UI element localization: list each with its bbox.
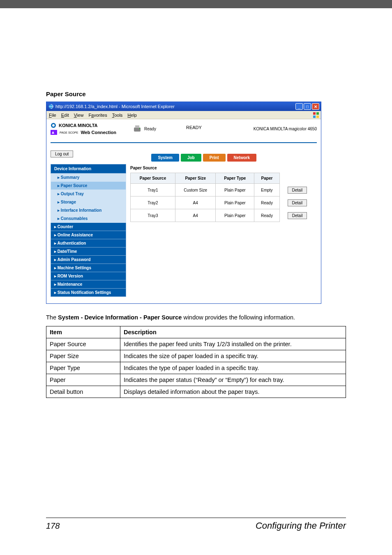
menu-tools[interactable]: Tools [112,113,123,118]
info-item: Detail button [46,386,120,398]
logout-button[interactable]: Log out [51,150,73,157]
section-heading: Paper Source [46,90,346,97]
table-header-row: Paper Source Paper Size Paper Type Paper [131,173,315,184]
tab-network[interactable]: Network [227,154,256,162]
svg-rect-1 [313,112,316,115]
maximize-button[interactable]: □ [304,103,311,110]
detail-button[interactable]: Detail [288,212,307,219]
info-item: Paper [46,374,120,386]
menu-view[interactable]: View [74,113,84,118]
svg-rect-3 [313,116,316,118]
menu-edit[interactable]: Edit [61,113,69,118]
info-th-item: Item [46,326,120,338]
table-row: Tray1 Custom Size Plain Paper Empty Deta… [131,184,315,197]
window-titlebar: http://192.168.1.2/a_index.html - Micros… [46,102,321,111]
tab-bar: System Job Print Network [151,154,256,162]
info-row: Paper Size Indicates the size of paper l… [46,350,346,362]
info-desc: Indicates the paper status (“Ready” or “… [120,374,346,386]
page-content: KONICA MINOLTA PAGE SCOPE Web Connection [46,119,321,303]
sidebar-item-maintenance[interactable]: Maintenance [51,280,126,289]
cell-detail: Detail [279,197,315,209]
pagescope-logo-icon [51,130,57,135]
status-block: Ready [133,124,156,133]
tab-system[interactable]: System [151,154,179,162]
sidebar-sub-interface-info[interactable]: Interface Information [51,206,126,215]
printer-status-icon [133,124,142,133]
body-text-bold: System - Device Information - Paper Sour… [58,314,182,321]
cell-type: Plain Paper [216,197,254,209]
menu-file[interactable]: File [49,113,56,118]
brand-pagescope: Web Connection [81,130,116,135]
sidebar-item-machine-settings[interactable]: Machine Settings [51,264,126,272]
info-row: Paper Type Indicates the type of paper l… [46,362,346,374]
info-row: Detail button Displays detailed informat… [46,386,346,398]
th-paper-source: Paper Source [131,173,175,184]
sidebar-item-admin-password[interactable]: Admin Password [51,256,126,264]
cell-paper: Ready [254,197,279,209]
window-title: http://192.168.1.2/a_index.html - Micros… [55,104,175,109]
sidebar-item-status-notification[interactable]: Status Notification Settings [51,289,126,297]
info-row: Paper Source Identifies the paper feed u… [46,338,346,350]
table-row: Tray3 A4 Plain Paper Ready Detail [131,209,315,222]
cell-paper: Empty [254,184,279,197]
cell-detail: Detail [279,184,315,197]
close-button[interactable]: ✕ [312,103,319,110]
menu-help[interactable]: Help [127,113,137,118]
paper-source-table: Paper Source Paper Size Paper Type Paper… [130,173,315,222]
svg-point-6 [52,124,55,127]
sidebar-item-date-time[interactable]: Date/Time [51,247,126,256]
svg-point-10 [139,128,140,129]
body-text-suffix: window provides the following informatio… [182,314,295,321]
info-item: Paper Source [46,338,120,350]
sidebar-sub-consumables[interactable]: Consumables [51,215,126,223]
info-table: Item Description Paper Source Identifies… [46,326,346,398]
browser-window: http://192.168.1.2/a_index.html - Micros… [46,102,321,304]
body-paragraph: The System - Device Information - Paper … [46,314,346,322]
browser-menubar: File Edit View Favorites Tools Help [46,111,321,119]
cell-size: Custom Size [175,184,216,197]
tab-job[interactable]: Job [181,154,201,162]
main-panel: Paper Source Paper Source Paper Size Pap… [129,164,317,297]
svg-rect-4 [316,116,319,118]
tab-print[interactable]: Print [203,154,226,162]
th-paper-size: Paper Size [175,173,216,184]
cell-size: A4 [175,209,216,222]
sidebar-item-counter[interactable]: Counter [51,223,126,231]
cell-source: Tray1 [131,184,175,197]
status-ready-big: READY [186,125,202,130]
status-ready-small: Ready [144,127,156,131]
page-header: KONICA MINOLTA PAGE SCOPE Web Connection [51,123,317,143]
cell-paper: Ready [254,209,279,222]
svg-rect-9 [135,125,139,128]
document-page: Paper Source http://192.168.1.2/a_index.… [0,8,392,555]
th-paper-type: Paper Type [216,173,254,184]
sidebar-sub-paper-source[interactable]: Paper Source [51,182,126,190]
detail-button[interactable]: Detail [288,187,307,194]
sidebar-item-authentication[interactable]: Authentication [51,239,126,247]
panel-title: Paper Source [130,166,315,170]
detail-button[interactable]: Detail [288,199,307,206]
sidebar-header-device-info[interactable]: Device Information [51,164,126,173]
device-model-label: KONICA MINOLTA magicolor 4650 [254,127,317,131]
brand-block: KONICA MINOLTA PAGE SCOPE Web Connection [51,123,116,135]
th-detail [279,173,315,184]
info-desc: Indicates the size of paper loaded in a … [120,350,346,362]
menu-favorites[interactable]: Favorites [88,113,107,118]
cell-detail: Detail [279,209,315,222]
cell-type: Plain Paper [216,184,254,197]
sidebar-item-online-assistance[interactable]: Online Assistance [51,231,126,239]
sidebar-item-rom-version[interactable]: ROM Version [51,272,126,280]
sidebar-sub-summary[interactable]: Summary [51,173,126,182]
info-table-header: Item Description [46,326,346,338]
sidebar-sub-output-tray[interactable]: Output Tray [51,190,126,198]
windows-flag-icon [313,112,319,118]
page-number: 178 [46,521,60,531]
svg-rect-8 [134,127,141,132]
brand-pagescope-prefix: PAGE SCOPE [60,131,78,134]
konica-logo-icon [51,123,56,128]
cell-size: A4 [175,197,216,209]
sidebar-sub-storage[interactable]: Storage [51,198,126,206]
cell-type: Plain Paper [216,209,254,222]
info-th-description: Description [120,326,346,338]
minimize-button[interactable]: _ [295,103,303,110]
